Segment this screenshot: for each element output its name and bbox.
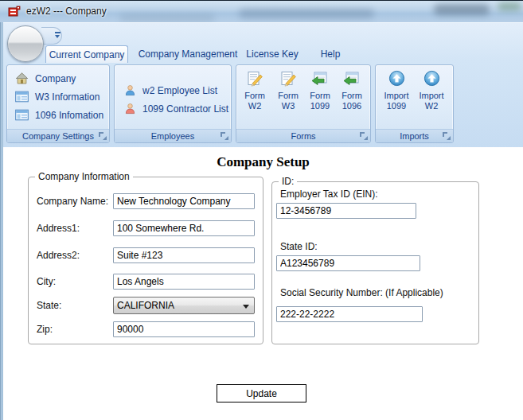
state-id-field[interactable]	[276, 255, 420, 271]
window-title: ezW2 --- Company	[26, 6, 107, 17]
ribbon-item-w2-employee-list[interactable]: w2 Employee List	[124, 84, 217, 96]
ribbon-item-1096-infomation[interactable]: 1096 Infomation	[15, 109, 103, 121]
edit-form-icon	[279, 71, 297, 87]
import-icon	[388, 70, 405, 87]
address2-row: Address2:	[37, 247, 255, 263]
state-selected-value: CALIFORNIA	[117, 300, 174, 311]
button-form-w2[interactable]: Form W2	[238, 71, 271, 111]
state-row: State: CALIFORNIA	[37, 297, 255, 314]
app-window: ezW2 --- Company Current Company Company…	[0, 0, 523, 420]
group-label-employees: Employees	[115, 129, 231, 142]
button-label-line2: 1099	[387, 101, 406, 111]
ssn-label: Social Security Number: (If Applicable)	[280, 287, 443, 298]
address1-label: Address1:	[37, 223, 113, 234]
chevron-down-icon	[243, 305, 249, 309]
dialog-launcher-icon[interactable]	[99, 132, 107, 140]
ezw2-app-icon	[8, 6, 21, 18]
address2-field[interactable]	[113, 247, 255, 263]
ein-field[interactable]	[276, 203, 416, 219]
edit-form-icon	[246, 71, 263, 87]
company-name-label: Company Name:	[37, 196, 113, 207]
button-label-line1: Form	[278, 91, 299, 100]
company-information-groupbox: Company Information Company Name: Addres…	[28, 177, 263, 344]
ribbon-tab-row: Current Company Company Management Licen…	[0, 45, 523, 63]
person-red-icon	[124, 103, 136, 115]
button-import-w2[interactable]: Import W2	[415, 70, 448, 111]
application-orb-button[interactable]	[7, 25, 44, 62]
id-legend: ID:	[279, 176, 297, 187]
city-label: City:	[37, 276, 113, 287]
dialog-launcher-icon[interactable]	[360, 132, 368, 140]
glass-blur-decoration	[498, 2, 521, 10]
zip-label: Zip:	[37, 324, 113, 335]
group-label-company-settings: Company Settings	[7, 129, 109, 142]
company-name-row: Company Name:	[37, 193, 255, 209]
group-employees: w2 Employee List 1099 Contractor List Em…	[114, 64, 232, 143]
glass-blur-decoration	[119, 14, 215, 21]
update-button[interactable]: Update	[217, 384, 306, 402]
ribbon-item-label: 1096 Infomation	[35, 110, 103, 121]
glass-blur-decoration	[434, 4, 490, 15]
tab-license-key[interactable]: License Key	[241, 45, 303, 63]
ribbon-item-label: w2 Employee List	[142, 85, 217, 96]
button-form-1096[interactable]: Form 1096	[335, 71, 369, 111]
button-label-line2: 1096	[342, 101, 361, 111]
group-imports: Import 1099 Import W2	[375, 64, 454, 143]
tab-current-company[interactable]: Current Company	[45, 45, 128, 63]
main-content: Company Setup Company Information Compan…	[3, 147, 523, 420]
person-blue-icon	[124, 84, 136, 96]
button-form-w3[interactable]: Form W3	[271, 71, 305, 111]
ribbon-item-w3-information[interactable]: W3 Information	[15, 91, 100, 103]
zip-row: Zip:	[37, 321, 255, 337]
button-label-line2: 1099	[310, 101, 330, 111]
ein-label: Employer Tax ID (EIN):	[280, 189, 377, 200]
ribbon-item-label: W3 Information	[35, 91, 100, 103]
ribbon-item-company[interactable]: Company	[15, 72, 76, 84]
button-label-line1: Form	[244, 91, 265, 100]
table-arrow-icon	[343, 71, 361, 87]
state-select[interactable]: CALIFORNIA	[113, 297, 255, 314]
form-grid-icon	[15, 91, 29, 103]
quick-access-dropdown-icon[interactable]	[54, 32, 61, 40]
button-label-line1: Form	[342, 91, 362, 100]
button-label-line2: W2	[425, 101, 439, 111]
group-label-imports: Imports	[376, 129, 453, 142]
page-title: Company Setup	[3, 154, 523, 170]
ribbon-item-1099-contractor-list[interactable]: 1099 Contractor List	[124, 103, 228, 115]
company-name-field[interactable]	[113, 193, 255, 209]
ribbon-item-label: 1099 Contractor List	[142, 103, 228, 115]
dialog-launcher-icon[interactable]	[443, 132, 451, 140]
button-label-line2: W2	[248, 101, 262, 111]
ribbon: Current Company Company Management Licen…	[0, 22, 523, 147]
button-import-1099[interactable]: Import 1099	[380, 70, 413, 111]
button-form-1099[interactable]: Form 1099	[303, 71, 337, 111]
ribbon-item-label: Company	[35, 73, 76, 84]
house-icon	[15, 72, 29, 84]
address1-row: Address1:	[37, 220, 255, 236]
title-bar[interactable]: ezW2 --- Company	[0, 0, 523, 22]
city-field[interactable]	[113, 274, 255, 290]
ssn-field[interactable]	[276, 306, 423, 322]
tab-company-management[interactable]: Company Management	[137, 45, 239, 63]
form-grid-icon	[15, 109, 29, 121]
state-id-label: State ID:	[280, 241, 318, 252]
button-label-line1: Import	[384, 91, 408, 100]
glass-blur-decoration	[239, 9, 374, 18]
group-forms: Form W2 Form W3	[236, 64, 371, 143]
tab-help[interactable]: Help	[313, 45, 348, 63]
company-information-legend: Company Information	[35, 171, 133, 182]
group-label-forms: Forms	[236, 129, 370, 142]
id-groupbox: ID: Employer Tax ID (EIN): State ID: Soc…	[271, 181, 479, 344]
address2-label: Address2:	[37, 250, 113, 261]
button-label-line2: W3	[282, 101, 295, 111]
group-company-settings: Company W3 Information	[6, 64, 110, 143]
button-label-line1: Import	[419, 91, 443, 100]
button-label-line1: Form	[310, 91, 330, 100]
dialog-launcher-icon[interactable]	[221, 132, 228, 140]
address1-field[interactable]	[113, 220, 255, 236]
table-arrow-icon	[311, 71, 329, 87]
import-icon	[423, 70, 440, 87]
city-row: City:	[37, 274, 255, 290]
ribbon-groups: Company W3 Information	[0, 63, 523, 145]
zip-field[interactable]	[113, 321, 255, 337]
